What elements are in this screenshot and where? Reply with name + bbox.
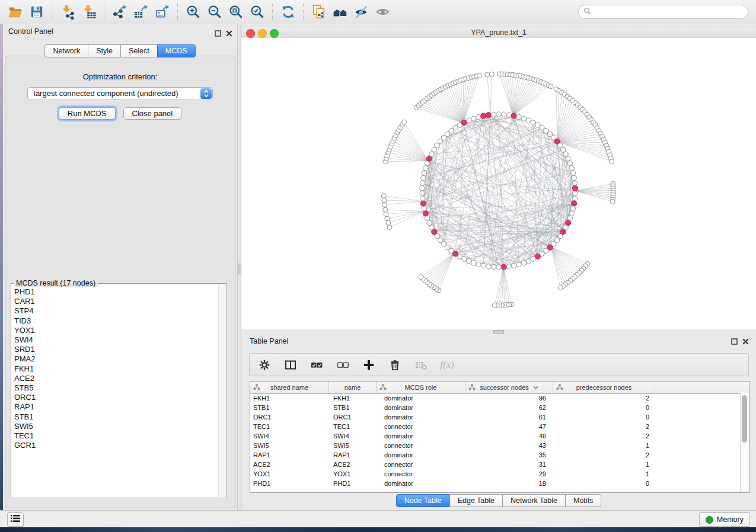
mcds-result-item[interactable]: STP4 — [14, 306, 218, 316]
table-row-SWI5[interactable]: SWI5SWI5connector431 — [250, 441, 741, 450]
open-file-button[interactable] — [5, 2, 26, 21]
mcds-result-item[interactable]: TEC1 — [14, 431, 218, 441]
export-network-button[interactable] — [109, 2, 130, 21]
table-row-RAP1[interactable]: RAP1RAP1dominator352 — [250, 450, 741, 460]
delete-columns-button[interactable] — [386, 356, 404, 374]
table-row-ORC1[interactable]: ORC1ORC1dominator610 — [250, 412, 741, 422]
save-session-button[interactable] — [26, 2, 47, 21]
new-column-button[interactable] — [360, 356, 378, 374]
cell-successor-nodes: 35 — [465, 451, 553, 459]
zoom-in-button[interactable] — [183, 2, 204, 21]
node-table: shared namenameMCDS rolesuccessor nodesp… — [250, 381, 749, 493]
table-row-SWI4[interactable]: SWI4SWI4dominator462 — [250, 431, 741, 441]
export-image-button[interactable] — [152, 2, 173, 21]
search-box[interactable] — [578, 5, 748, 19]
search-input[interactable] — [594, 7, 748, 17]
mcds-result-item[interactable]: SRD1 — [14, 345, 218, 354]
column-header-shared-name[interactable]: shared name — [250, 382, 329, 393]
cell-MCDS-role: connector — [377, 423, 465, 430]
deselect-all-rows-icon — [336, 358, 349, 371]
cell-MCDS-role: dominator — [377, 451, 465, 459]
float-panel-icon[interactable] — [731, 336, 738, 347]
mcds-result-item[interactable]: ORC1 — [14, 393, 218, 402]
tab-network[interactable]: Network — [44, 44, 88, 57]
mcds-result-item[interactable]: SWI5 — [14, 422, 218, 431]
table-row-PHD1[interactable]: PHD1PHD1dominator180 — [250, 479, 741, 488]
cell-name: ACE2 — [329, 461, 377, 468]
mcds-result-item[interactable]: PMA2 — [14, 354, 218, 364]
mcds-result-item[interactable]: STB1 — [14, 412, 218, 422]
tab-select[interactable]: Select — [120, 44, 158, 57]
function-builder-button: f(x) — [438, 356, 456, 374]
table-mode-gear-button[interactable] — [256, 356, 273, 374]
apply-layout-button[interactable] — [277, 2, 299, 21]
network-workspace: YPA_prune.txt_1 Table Panel f(x) shared … — [241, 24, 756, 511]
export-table-button[interactable] — [130, 2, 152, 21]
mcds-result-item[interactable]: GCR1 — [14, 441, 218, 450]
zoom-out-button[interactable] — [204, 2, 225, 21]
column-label: name — [344, 384, 361, 391]
mcds-result-item[interactable]: RAP1 — [14, 402, 218, 412]
column-header-predecessor-nodes[interactable]: predecessor nodes — [553, 382, 655, 393]
column-header-name[interactable]: name — [329, 382, 377, 393]
close-panel-button[interactable]: Close panel — [123, 107, 182, 120]
hide-selected-button[interactable] — [351, 2, 372, 21]
task-history-button[interactable] — [7, 512, 24, 527]
table-row-ACE2[interactable]: ACE2ACE2connector311 — [250, 460, 741, 469]
close-panel-icon[interactable] — [742, 336, 749, 347]
mcds-result-item[interactable]: TID3 — [14, 316, 218, 326]
import-table-button[interactable] — [78, 2, 100, 21]
import-network-button[interactable] — [57, 2, 78, 21]
network-window-titlebar[interactable]: YPA_prune.txt_1 — [241, 27, 756, 39]
save-session-icon — [29, 4, 44, 20]
clone-network-button[interactable] — [308, 2, 330, 21]
memory-button[interactable]: Memory — [699, 512, 750, 527]
table-row-TEC1[interactable]: TEC1TEC1connector472 — [250, 422, 741, 431]
new-column-icon — [362, 358, 375, 371]
list-icon — [9, 513, 21, 526]
tab-network-table[interactable]: Network Table — [502, 494, 566, 507]
zoom-selected-button[interactable] — [247, 2, 268, 21]
open-file-icon — [8, 4, 23, 20]
mcds-result-list[interactable]: PHD1CAR1STP4TID3YOX1SWI4SRD1PMA2FKH1ACE2… — [14, 287, 218, 496]
mcds-result-item[interactable]: PHD1 — [14, 287, 218, 297]
scrollbar-thumb[interactable] — [742, 395, 747, 443]
column-header-successor-nodes[interactable]: successor nodes — [465, 382, 553, 393]
mcds-result-item[interactable]: STB5 — [14, 383, 218, 393]
cell-shared-name: SWI5 — [250, 442, 329, 449]
tab-motifs[interactable]: Motifs — [565, 494, 601, 507]
close-panel-icon[interactable] — [226, 28, 232, 39]
cell-successor-nodes: 29 — [465, 470, 553, 477]
optimization-criterion-select[interactable]: largest connected component (undirected) — [27, 87, 213, 100]
table-row-YOX1[interactable]: YOX1YOX1connector291 — [250, 469, 741, 479]
float-panel-icon[interactable] — [215, 28, 221, 39]
column-header-MCDS-role[interactable]: MCDS role — [377, 382, 465, 393]
mcds-result-item[interactable]: CAR1 — [14, 297, 218, 306]
table-row-STB1[interactable]: STB1STB1dominator620 — [250, 403, 741, 412]
tab-node-table[interactable]: Node Table — [396, 494, 450, 507]
cell-name: TEC1 — [329, 423, 377, 430]
zoom-fit-button[interactable] — [225, 2, 247, 21]
mcds-result-item[interactable]: YOX1 — [14, 326, 218, 335]
column-label: predecessor nodes — [576, 384, 632, 391]
mcds-result-item[interactable]: FKH1 — [14, 364, 218, 374]
hide-selected-icon — [354, 4, 369, 20]
zoom-selected-icon — [250, 4, 265, 20]
tab-style[interactable]: Style — [88, 44, 121, 57]
tab-mcds[interactable]: MCDS — [157, 44, 196, 57]
table-scrollbar[interactable] — [740, 393, 749, 492]
cell-MCDS-role: dominator — [377, 395, 465, 402]
table-row-FKH1[interactable]: FKH1FKH1dominator962 — [250, 393, 741, 403]
horizontal-splitter[interactable] — [241, 329, 756, 334]
first-neighbors-button[interactable] — [330, 2, 351, 21]
deselect-all-rows-button[interactable] — [334, 356, 352, 374]
select-all-rows-button[interactable] — [308, 356, 326, 374]
network-canvas[interactable] — [241, 38, 756, 329]
run-mcds-button[interactable]: Run MCDS — [59, 107, 116, 120]
mcds-result-item[interactable]: SWI4 — [14, 335, 218, 345]
tab-edge-table[interactable]: Edge Table — [449, 494, 503, 507]
mcds-list-scrollbar[interactable] — [218, 284, 226, 497]
split-table-button[interactable] — [282, 356, 299, 374]
mcds-result-item[interactable]: ACE2 — [14, 374, 218, 383]
cell-MCDS-role: dominator — [377, 404, 465, 411]
